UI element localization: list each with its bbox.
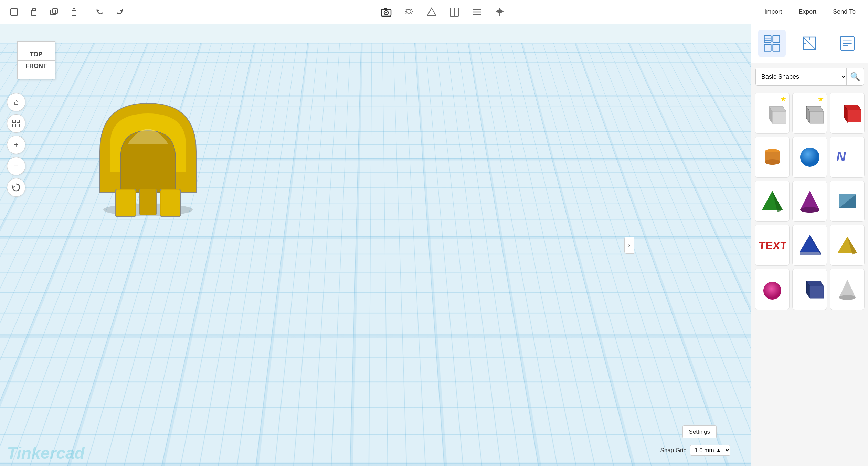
- svg-line-17: [406, 9, 407, 10]
- svg-marker-87: [810, 286, 824, 298]
- svg-point-74: [800, 207, 819, 213]
- panel-collapse-button[interactable]: ›: [624, 237, 634, 254]
- svg-line-20: [406, 13, 407, 14]
- sphere-item[interactable]: [792, 137, 827, 178]
- svg-point-68: [765, 159, 780, 165]
- export-button[interactable]: Export: [792, 6, 823, 18]
- paste-button[interactable]: [25, 3, 43, 21]
- settings-button[interactable]: Settings: [682, 425, 717, 438]
- delete-button[interactable]: [65, 3, 83, 21]
- svg-rect-40: [161, 190, 180, 216]
- svg-point-69: [800, 148, 819, 167]
- fit-tool[interactable]: [7, 114, 25, 133]
- cone-purple-item[interactable]: [792, 181, 827, 222]
- svg-rect-24: [454, 8, 458, 12]
- view-camera-button[interactable]: [378, 3, 395, 21]
- svg-marker-31: [500, 9, 504, 13]
- svg-marker-65: [847, 110, 861, 122]
- svg-rect-35: [17, 124, 20, 127]
- svg-marker-81: [800, 252, 821, 255]
- box-starred-1-item[interactable]: ★: [755, 93, 790, 134]
- search-button[interactable]: 🔍: [846, 68, 864, 85]
- left-tools: ⌂ + −: [7, 93, 25, 197]
- star-icon-2: ★: [818, 95, 824, 103]
- ruler-tab[interactable]: [796, 30, 823, 57]
- 3d-shape[interactable]: [76, 76, 220, 220]
- divider-1: [87, 6, 87, 18]
- svg-rect-33: [17, 120, 20, 123]
- view-cube[interactable]: TOP FRONT: [17, 41, 55, 79]
- new-button[interactable]: [6, 3, 23, 21]
- snap-grid-select[interactable]: 1.0 mm ▲ 0.1 mm 0.5 mm 2.0 mm 5.0 mm: [690, 445, 730, 456]
- cube-red-item[interactable]: [830, 93, 865, 134]
- svg-rect-42: [764, 36, 771, 43]
- pyramid-yellow-item[interactable]: [830, 225, 865, 266]
- svg-rect-22: [450, 8, 454, 12]
- notes-tab[interactable]: [834, 30, 861, 57]
- pyramid-green-item[interactable]: [755, 181, 790, 222]
- redo-button[interactable]: [111, 3, 128, 21]
- gem-pink-item[interactable]: [755, 269, 790, 310]
- svg-rect-44: [764, 44, 771, 51]
- svg-point-89: [839, 295, 856, 300]
- toolbar: Import Export Send To: [0, 0, 868, 24]
- svg-marker-62: [810, 111, 824, 123]
- svg-rect-41: [139, 189, 157, 215]
- panel-search: Basic Shapes Letters Connectors Featured…: [755, 68, 864, 86]
- star-icon-1: ★: [780, 95, 786, 103]
- svg-marker-21: [427, 8, 436, 15]
- toolbar-center: [378, 3, 508, 21]
- home-tool[interactable]: ⌂: [7, 93, 25, 111]
- svg-text:N: N: [836, 150, 846, 164]
- svg-rect-11: [384, 8, 387, 10]
- cylinder-item[interactable]: [755, 137, 790, 178]
- mirror-button[interactable]: [491, 3, 508, 21]
- svg-line-18: [411, 13, 412, 14]
- shape-select-button[interactable]: [423, 3, 440, 21]
- zoom-out-tool[interactable]: −: [7, 157, 25, 175]
- text-shape-item[interactable]: N: [830, 137, 865, 178]
- main-area: TOP FRONT ⌂ + −: [0, 24, 868, 466]
- shapes-tab[interactable]: [758, 30, 786, 57]
- svg-rect-0: [11, 9, 18, 15]
- svg-marker-88: [839, 280, 856, 297]
- svg-point-12: [407, 9, 411, 13]
- view-cube-front: FRONT: [18, 61, 55, 74]
- svg-rect-34: [13, 124, 15, 127]
- box-starred-2-item[interactable]: ★: [792, 93, 827, 134]
- snap-grid-label: Snap Grid: [660, 447, 687, 454]
- undo-button[interactable]: [91, 3, 108, 21]
- rotate-tool[interactable]: [7, 178, 25, 197]
- svg-marker-79: [800, 235, 820, 252]
- align-button[interactable]: [468, 3, 486, 21]
- import-button[interactable]: Import: [758, 6, 789, 18]
- svg-rect-23: [454, 12, 458, 16]
- svg-marker-30: [496, 9, 499, 13]
- category-select[interactable]: Basic Shapes Letters Connectors Featured: [756, 69, 846, 84]
- cone-gray-item[interactable]: [830, 269, 865, 310]
- svg-rect-32: [13, 120, 15, 123]
- svg-rect-45: [773, 44, 780, 51]
- box-blue-item[interactable]: [792, 269, 827, 310]
- svg-rect-5: [72, 11, 76, 15]
- text-3d-item[interactable]: TEXT: [755, 225, 790, 266]
- svg-line-19: [411, 9, 412, 10]
- svg-marker-59: [772, 111, 786, 123]
- prism-blue-item[interactable]: [792, 225, 827, 266]
- svg-text:TEXT: TEXT: [759, 239, 786, 252]
- svg-rect-43: [773, 36, 780, 43]
- svg-rect-25: [450, 12, 454, 16]
- svg-point-84: [763, 282, 781, 300]
- canvas-area[interactable]: TOP FRONT ⌂ + −: [0, 24, 751, 466]
- wedge-item[interactable]: [830, 181, 865, 222]
- view-cube-top: TOP: [18, 47, 55, 61]
- group-button[interactable]: [446, 3, 463, 21]
- zoom-in-tool[interactable]: +: [7, 136, 25, 154]
- svg-marker-73: [800, 191, 819, 210]
- svg-point-10: [385, 12, 387, 13]
- panel-tabs: [751, 24, 868, 63]
- shapes-grid: ★ ★ N: [751, 90, 868, 466]
- light-button[interactable]: [400, 3, 417, 21]
- send-to-button[interactable]: Send To: [826, 6, 862, 18]
- duplicate-button[interactable]: [45, 3, 63, 21]
